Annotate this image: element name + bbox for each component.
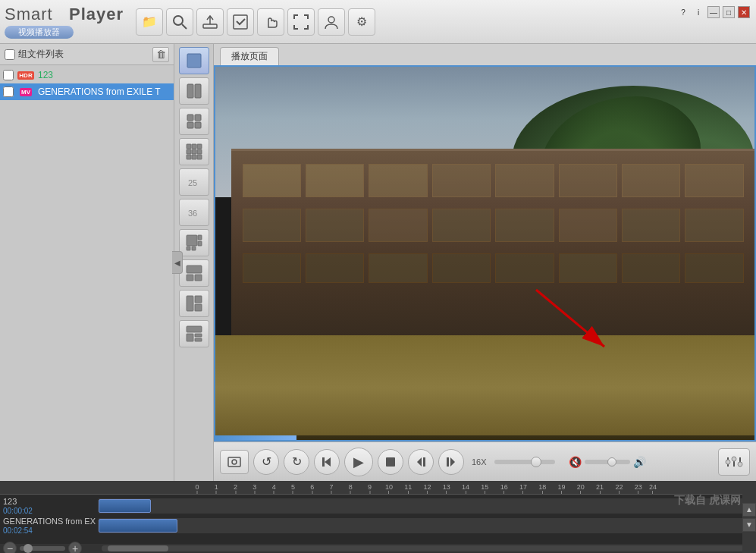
zoom-minus-btn[interactable]: − — [3, 542, 17, 553]
app-subtitle: 视频播放器 — [5, 26, 74, 39]
view-3x3-btn[interactable] — [179, 138, 209, 165]
h-scroll-track[interactable] — [102, 545, 753, 551]
loop-back-btn[interactable]: ↺ — [253, 449, 279, 475]
playback-tab-label[interactable]: 播放页面 — [220, 47, 279, 65]
step-back-btn[interactable] — [314, 449, 340, 475]
screenshot-btn[interactable] — [220, 450, 249, 474]
fullscreen-btn[interactable] — [287, 8, 315, 36]
speed-slider-thumb[interactable] — [531, 457, 541, 467]
svg-rect-10 — [195, 115, 201, 121]
svg-text:36: 36 — [188, 209, 197, 218]
delete-btn[interactable]: 🗑 — [152, 47, 169, 62]
svg-rect-47 — [423, 457, 425, 467]
view-layout4-btn[interactable] — [179, 320, 209, 347]
svg-rect-33 — [195, 296, 202, 303]
select-all-checkbox[interactable] — [5, 49, 15, 60]
frame-back-btn[interactable] — [408, 449, 434, 475]
track-gen-name: GENERATIONS from EX — [3, 517, 96, 526]
playlist-item-generations[interactable]: MV GENERATIONS from EXILE T — [0, 83, 174, 100]
close-btn[interactable]: ✕ — [738, 6, 750, 18]
view-single-btn[interactable] — [179, 47, 209, 74]
app-title-smart: Smart — [5, 5, 53, 24]
view-2x1-btn[interactable] — [179, 77, 209, 105]
zoom-slider-thumb[interactable] — [24, 544, 33, 553]
speed-slider[interactable] — [494, 460, 555, 464]
timeline-scroll-controls: ▲ ▼ — [742, 481, 756, 553]
help-btn[interactable]: ? — [677, 6, 689, 18]
loop-fwd-btn[interactable]: ↻ — [284, 449, 309, 475]
scene-ground — [215, 335, 754, 440]
view-25-btn[interactable]: 25 — [179, 168, 209, 196]
track-gen-time: 00:02:54 — [3, 526, 33, 535]
select-btn[interactable] — [227, 8, 254, 36]
svg-marker-43 — [325, 457, 331, 467]
svg-rect-9 — [187, 115, 193, 121]
svg-rect-13 — [187, 144, 191, 149]
svg-line-40 — [536, 290, 604, 347]
zoom-plus-btn[interactable]: + — [68, 542, 82, 553]
track-123-name: 123 — [3, 497, 17, 506]
scroll-down-btn[interactable]: ▼ — [742, 518, 756, 532]
item-123-name: 123 — [38, 70, 53, 80]
svg-rect-6 — [187, 54, 201, 68]
svg-rect-8 — [195, 84, 201, 98]
svg-rect-15 — [197, 144, 202, 149]
settings-gear-btn[interactable]: ⚙ — [348, 8, 375, 36]
maximize-btn[interactable]: □ — [723, 6, 735, 18]
track-123-block[interactable] — [99, 499, 151, 513]
view-layout1-btn[interactable] — [179, 229, 209, 256]
left-panel: 组文件列表 🗑 HDR 123 MV GENERATIONS from EXIL… — [0, 44, 174, 481]
svg-rect-49 — [447, 457, 449, 467]
view-2x2-btn[interactable] — [179, 108, 209, 135]
collapse-panel-btn[interactable]: ◀ — [172, 251, 183, 274]
svg-rect-14 — [192, 144, 196, 149]
svg-marker-46 — [417, 457, 422, 467]
equalizer-btn[interactable] — [718, 448, 750, 476]
svg-point-5 — [328, 17, 334, 23]
svg-rect-34 — [195, 304, 202, 311]
playlist-item-123[interactable]: HDR 123 — [0, 67, 174, 83]
hand-btn[interactable] — [257, 8, 284, 36]
h-scroll-thumb[interactable] — [108, 545, 168, 551]
app-title-player: Player — [69, 5, 124, 24]
search-btn[interactable] — [166, 8, 193, 36]
minimize-btn[interactable]: — — [707, 6, 720, 18]
track-gen-body[interactable] — [99, 518, 756, 533]
zoom-slider[interactable] — [20, 546, 65, 551]
svg-rect-35 — [187, 326, 202, 332]
track-gen-block[interactable] — [99, 519, 177, 533]
stop-btn[interactable] — [378, 449, 403, 475]
item-123-checkbox[interactable] — [3, 70, 14, 80]
export-btn[interactable] — [196, 8, 224, 36]
video-progress-bar[interactable] — [215, 435, 754, 440]
track-123-body[interactable] — [99, 498, 756, 514]
left-panel-title: 组文件列表 — [18, 48, 64, 61]
svg-rect-27 — [187, 247, 190, 250]
svg-rect-25 — [198, 235, 202, 240]
play-btn[interactable]: ▶ — [344, 448, 373, 476]
svg-point-51 — [726, 460, 730, 464]
svg-rect-29 — [187, 266, 202, 273]
frame-fwd-btn[interactable] — [438, 449, 464, 475]
view-layout2-btn[interactable] — [179, 259, 209, 287]
volume-section: 🔇 🔊 — [569, 456, 646, 468]
mute-btn[interactable]: 🔇 — [569, 456, 582, 468]
open-folder-btn[interactable]: 📁 — [136, 8, 163, 36]
info-btn[interactable]: i — [692, 6, 704, 18]
playlist: HDR 123 MV GENERATIONS from EXILE T — [0, 65, 174, 481]
volume-slider[interactable] — [585, 460, 630, 464]
video-frame[interactable] — [214, 65, 756, 441]
svg-rect-37 — [195, 334, 202, 337]
vol-max-icon: 🔊 — [633, 456, 646, 468]
item-gen-checkbox[interactable] — [3, 86, 14, 97]
scroll-up-btn[interactable]: ▲ — [742, 503, 756, 517]
svg-rect-16 — [187, 149, 191, 154]
view-36-btn[interactable]: 36 — [179, 199, 209, 226]
volume-slider-thumb[interactable] — [607, 457, 616, 467]
svg-rect-21 — [197, 155, 202, 159]
track-123-label: 123 00:00:02 — [0, 497, 99, 515]
person-btn[interactable] — [318, 8, 345, 36]
svg-point-55 — [738, 462, 742, 467]
track-gen-label: GENERATIONS from EX 00:02:54 — [0, 517, 99, 535]
view-layout3-btn[interactable] — [179, 290, 209, 317]
